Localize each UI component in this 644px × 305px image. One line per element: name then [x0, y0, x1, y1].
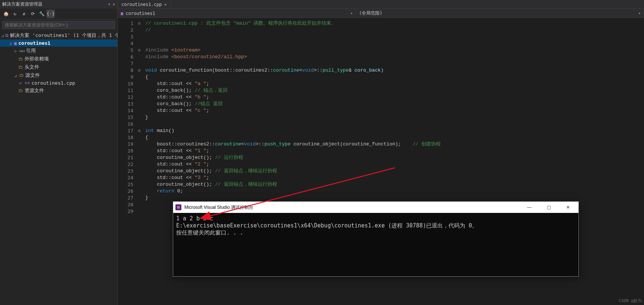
external-label: 外部依赖项: [25, 56, 49, 62]
solution-search-input[interactable]: [2, 21, 115, 29]
folder-icon: 🗀: [19, 73, 24, 78]
tab-close-icon[interactable]: ✕: [164, 2, 166, 7]
solution-root[interactable]: ◿ ⧉ 解决方案 'coroutines1' (1 个项目，共 1 个): [0, 31, 117, 40]
tab-label: coroutines1.cpp: [121, 2, 162, 7]
tab-file[interactable]: coroutines1.cpp ✕: [118, 0, 171, 9]
nav-scope-left[interactable]: ▣coroutines1 ▾: [118, 9, 356, 18]
expander-icon[interactable]: ◿: [1, 34, 4, 38]
project-label: coroutines1: [18, 40, 50, 46]
nav-left-label: coroutines1: [126, 11, 155, 16]
expander-icon[interactable]: ▷: [19, 81, 23, 85]
console-title: Microsoft Visual Studio 调试控制台: [184, 204, 253, 211]
folder-icon: 🗀: [19, 65, 23, 70]
sources-label: 源文件: [25, 72, 40, 79]
solution-explorer: 解决方案资源管理器 ▾ ✕ 🏠 ↻ ⇵ ⟳ 🔧 {·} ◿ ⧉ 解决方案 'co…: [0, 0, 118, 305]
solution-tree: ◿ ⧉ 解决方案 'coroutines1' (1 个项目，共 1 个) ◿ ▣…: [0, 31, 117, 305]
window-close-icon[interactable]: ✕: [560, 202, 576, 213]
source-file-label: coroutines1.cpp: [31, 80, 75, 86]
nav-right-label: (全局范围): [359, 10, 382, 16]
folder-icon: 🗀: [19, 88, 23, 93]
toolbar-sync-icon[interactable]: ⟳: [29, 10, 37, 18]
headers-node[interactable]: 🗀 头文件: [0, 63, 117, 71]
window-maximize-icon[interactable]: ▢: [540, 202, 557, 213]
window-minimize-icon[interactable]: —: [521, 202, 537, 213]
solution-label: 解决方案 'coroutines1' (1 个项目，共 1 个): [10, 32, 117, 39]
debug-console-window: ⧉ Microsoft Visual Studio 调试控制台 — ▢ ✕ 1 …: [173, 201, 579, 277]
references-label: 引用: [26, 47, 36, 54]
headers-label: 头文件: [25, 64, 39, 70]
panel-close-icon[interactable]: ✕: [112, 2, 115, 7]
vs-icon: ⧉: [175, 204, 181, 210]
nav-bar: ▣coroutines1 ▾ (全局范围) ▾: [118, 9, 644, 18]
resources-label: 资源文件: [25, 87, 44, 94]
references-icon: ▭▭: [19, 48, 25, 53]
toolbar-refresh-icon[interactable]: ↻: [11, 10, 19, 18]
project-node[interactable]: ◿ ▣ coroutines1: [0, 40, 117, 47]
toolbar-home-icon[interactable]: 🏠: [2, 10, 10, 18]
watermark: CSDN @妙为: [619, 298, 642, 304]
panel-dropdown-icon[interactable]: ▾: [108, 2, 111, 7]
toolbar-scope-icon[interactable]: {·}: [47, 10, 54, 18]
console-output: 1 a 2 b 3 c E:\exercise\baseExercise\cor…: [173, 213, 578, 276]
console-titlebar[interactable]: ⧉ Microsoft Visual Studio 调试控制台 — ▢ ✕: [173, 202, 578, 213]
chevron-down-icon: ▾: [350, 11, 353, 15]
sources-node[interactable]: ◿ 🗀 源文件: [0, 71, 117, 79]
toolbar-wrench-icon[interactable]: 🔧: [38, 10, 45, 18]
project-icon: ▣: [14, 41, 17, 46]
solution-explorer-toolbar: 🏠 ↻ ⇵ ⟳ 🔧 {·}: [0, 9, 117, 19]
line-number-gutter: 1234567891011121314151617181920212223242…: [118, 18, 136, 305]
source-file-node[interactable]: ▷ ++ coroutines1.cpp: [0, 79, 117, 87]
nav-scope-right[interactable]: (全局范围) ▾: [356, 9, 644, 18]
expander-icon[interactable]: ▷: [13, 49, 18, 53]
editor-tabs: coroutines1.cpp ✕: [118, 0, 644, 9]
panel-title: 解决方案资源管理器: [2, 1, 42, 7]
solution-icon: ⧉: [5, 33, 9, 38]
folder-icon: 🗀: [19, 56, 23, 62]
resources-node[interactable]: 🗀 资源文件: [0, 87, 117, 95]
toolbar-collapse-icon[interactable]: ⇵: [20, 10, 28, 18]
expander-icon[interactable]: ◿: [8, 41, 13, 45]
external-deps-node[interactable]: 🗀 外部依赖项: [0, 55, 117, 63]
references-node[interactable]: ▷ ▭▭ 引用: [0, 47, 117, 55]
solution-explorer-title: 解决方案资源管理器 ▾ ✕: [0, 0, 117, 9]
project-scope-icon: ▣: [121, 11, 123, 16]
cpp-file-icon: ++: [25, 81, 30, 86]
expander-icon[interactable]: ◿: [13, 73, 18, 78]
chevron-down-icon: ▾: [638, 11, 641, 15]
fold-gutter[interactable]: ⊟⊟⊟⊟: [136, 18, 142, 305]
